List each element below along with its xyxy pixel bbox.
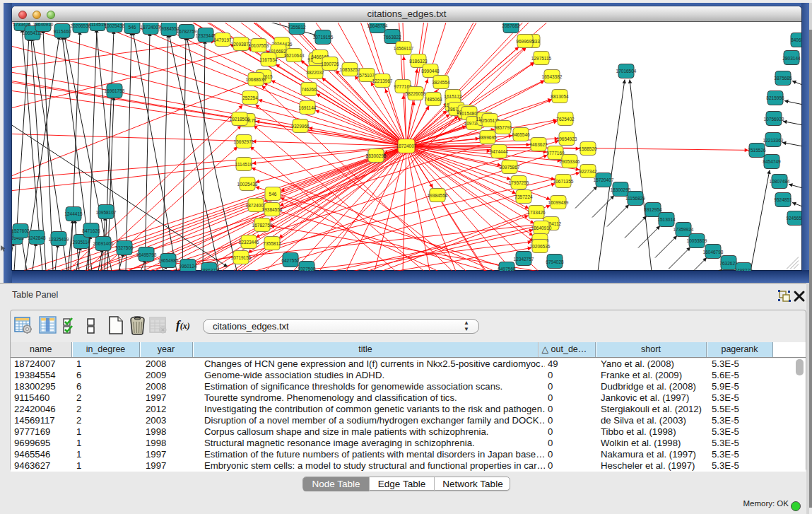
svg-text:2087682: 2087682	[502, 23, 520, 28]
svg-text:840676: 840676	[791, 37, 801, 42]
svg-text:10958107: 10958107	[96, 210, 117, 215]
svg-text:16543382: 16543382	[542, 74, 563, 79]
svg-text:9465546: 9465546	[512, 132, 530, 137]
svg-text:6794028: 6794028	[546, 259, 564, 264]
svg-text:17957255: 17957255	[509, 180, 529, 185]
svg-text:19654985: 19654985	[158, 258, 179, 263]
svg-text:9242848: 9242848	[28, 235, 46, 240]
svg-text:1733426: 1733426	[527, 210, 546, 215]
svg-text:12325419: 12325419	[49, 237, 69, 242]
svg-text:9227342: 9227342	[579, 169, 597, 174]
svg-text:19654923: 19654923	[557, 136, 577, 141]
svg-text:11156829: 11156829	[625, 196, 645, 201]
svg-text:7485063: 7485063	[424, 97, 442, 102]
svg-text:10025438: 10025438	[237, 182, 258, 187]
svg-text:252254: 252254	[242, 95, 258, 100]
svg-text:546: 546	[269, 192, 277, 197]
svg-text:9960124: 9960124	[179, 264, 197, 269]
svg-text:15720407: 15720407	[594, 177, 614, 182]
svg-text:3498222: 3498222	[734, 268, 753, 271]
svg-text:10688639: 10688639	[246, 77, 266, 82]
svg-text:1691144: 1691144	[299, 105, 317, 110]
svg-text:30975867: 30975867	[500, 165, 520, 170]
svg-text:10719155: 10719155	[231, 255, 252, 260]
svg-text:12213967: 12213967	[372, 78, 393, 83]
svg-text:20691406: 20691406	[93, 241, 114, 246]
svg-text:546: 546	[129, 25, 136, 30]
svg-text:7625402: 7625402	[556, 117, 575, 122]
svg-text:10853257: 10853257	[340, 67, 360, 72]
svg-text:16782759: 16782759	[252, 223, 273, 228]
svg-text:1244415: 1244415	[64, 211, 83, 216]
svg-text:14569117: 14569117	[394, 46, 414, 51]
svg-text:7663822: 7663822	[383, 35, 401, 40]
svg-text:9245652: 9245652	[786, 216, 801, 221]
svg-text:18640910: 18640910	[531, 226, 552, 230]
svg-text:16961758: 16961758	[105, 88, 125, 93]
svg-text:18724007: 18724007	[396, 144, 417, 148]
svg-text:6427552: 6427552	[281, 258, 300, 263]
svg-text:8471626: 8471626	[82, 228, 100, 233]
svg-text:10719155: 10719155	[313, 35, 334, 40]
svg-text:18724007: 18724007	[141, 25, 161, 30]
svg-text:8912954: 8912954	[644, 207, 662, 212]
svg-text:8186323: 8186323	[409, 59, 428, 64]
svg-text:1588520: 1588520	[579, 146, 597, 151]
svg-text:19218506: 19218506	[230, 117, 250, 122]
svg-text:1890726: 1890726	[321, 62, 339, 66]
svg-text:12323446: 12323446	[239, 240, 259, 245]
svg-text:8813054: 8813054	[551, 94, 569, 99]
svg-text:12342757: 12342757	[514, 257, 534, 262]
svg-text:7355812: 7355812	[288, 25, 306, 30]
svg-text:8990448: 8990448	[421, 69, 440, 74]
svg-text:9115460: 9115460	[54, 29, 71, 34]
svg-text:7357224: 7357224	[514, 194, 533, 199]
svg-text:7886372: 7886372	[200, 268, 218, 271]
svg-text:17359924: 17359924	[673, 227, 694, 232]
svg-text:16648784: 16648784	[367, 23, 388, 28]
svg-text:6497568: 6497568	[498, 267, 516, 271]
svg-text:7632621: 7632621	[719, 261, 738, 266]
svg-text:10053809: 10053809	[687, 238, 707, 243]
svg-text:16046798: 16046798	[703, 250, 724, 255]
svg-text:18300295: 18300295	[366, 153, 387, 158]
svg-text:8454749: 8454749	[763, 159, 781, 164]
svg-text:17016504: 17016504	[616, 69, 637, 74]
svg-text:9857791: 9857791	[494, 125, 512, 130]
svg-text:16210643: 16210643	[284, 53, 305, 58]
svg-text:2935114: 2935114	[73, 240, 90, 245]
svg-text:9699695: 9699695	[516, 39, 534, 44]
svg-text:10107553: 10107553	[249, 43, 269, 48]
svg-text:16782759: 16782759	[177, 29, 197, 34]
svg-text:16495798: 16495798	[136, 252, 157, 257]
svg-text:3822037: 3822037	[306, 70, 324, 75]
svg-text:8215956: 8215956	[766, 95, 784, 100]
svg-text:19384554: 19384554	[262, 207, 283, 212]
svg-text:20206536: 20206536	[530, 244, 551, 249]
svg-text:29053346: 29053346	[560, 159, 580, 164]
svg-text:1527602: 1527602	[12, 228, 30, 233]
svg-text:16099489: 16099489	[548, 200, 569, 205]
svg-text:15692971: 15692971	[234, 139, 254, 144]
svg-text:9327509: 9327509	[115, 245, 134, 250]
svg-text:10154808: 10154808	[459, 111, 480, 116]
svg-text:9474444: 9474444	[490, 149, 508, 154]
svg-text:9327508: 9327508	[298, 267, 316, 271]
svg-text:1513014: 1513014	[657, 217, 676, 222]
svg-text:9777169: 9777169	[546, 151, 565, 156]
svg-text:1167534: 1167534	[260, 57, 278, 62]
svg-text:58226058: 58226058	[406, 91, 426, 96]
svg-text:10756928: 10756928	[764, 117, 784, 122]
svg-text:9899695: 9899695	[478, 135, 497, 140]
svg-text:7515526: 7515526	[748, 148, 766, 153]
svg-text:15751074: 15751074	[357, 73, 377, 78]
svg-text:7355812: 7355812	[263, 241, 281, 246]
svg-text:3824554: 3824554	[432, 80, 450, 85]
svg-text:1114519: 1114519	[235, 162, 253, 167]
svg-text:9524851: 9524851	[774, 197, 792, 202]
svg-text:10671355: 10671355	[553, 179, 574, 184]
svg-text:18640910: 18640910	[33, 23, 54, 27]
svg-text:746266: 746266	[301, 87, 317, 92]
svg-text:9463627: 9463627	[529, 142, 548, 147]
svg-text:9329966: 9329966	[291, 124, 310, 129]
